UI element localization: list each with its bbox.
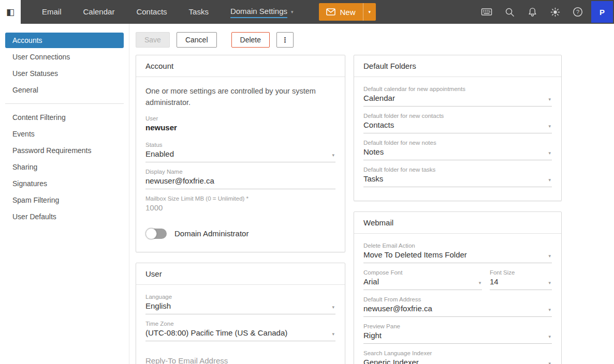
nav-item-label: Contacts bbox=[136, 6, 167, 18]
chevron-down-icon: ▾ bbox=[548, 124, 551, 129]
search-language-indexer-select[interactable]: Search Language Indexer Generic Indexer … bbox=[363, 350, 552, 364]
reply-to-field-wrapper bbox=[145, 355, 335, 364]
field-label: Status bbox=[145, 142, 335, 148]
sidebar-toggle-icon: ◧ bbox=[6, 7, 14, 17]
sidebar-item-user-connections[interactable]: User Connections bbox=[5, 49, 124, 65]
help-button[interactable]: ? bbox=[566, 0, 589, 24]
chevron-down-icon: ▾ bbox=[332, 305, 334, 310]
chevron-down-icon: ▾ bbox=[548, 307, 551, 312]
kebab-icon: ⋮ bbox=[281, 36, 288, 44]
nav-item-label: Tasks bbox=[189, 6, 209, 18]
field-label: Default calendar for new appointments bbox=[363, 86, 552, 92]
nav-item-email[interactable]: Email bbox=[31, 0, 72, 24]
keyboard-icon bbox=[481, 6, 492, 18]
nav-item-contacts[interactable]: Contacts bbox=[125, 0, 178, 24]
help-icon: ? bbox=[572, 6, 583, 18]
default-folders-card: Default Folders Default calendar for new… bbox=[354, 55, 562, 201]
field-value: Notes bbox=[363, 147, 552, 157]
bell-icon bbox=[527, 7, 538, 18]
card-title: Account bbox=[136, 55, 345, 77]
card-title: Webmail bbox=[354, 212, 561, 234]
time-zone-select[interactable]: Time Zone (UTC-08:00) Pacific Time (US &… bbox=[145, 321, 335, 341]
new-button-label: New bbox=[340, 8, 356, 17]
svg-text:?: ? bbox=[576, 9, 579, 15]
field-value: (UTC-08:00) Pacific Time (US & Canada) bbox=[145, 328, 335, 338]
user-card: User Language English ▾ Time Zone (UTC-0… bbox=[136, 263, 345, 364]
field-value: Contacts bbox=[363, 120, 552, 130]
user-avatar[interactable]: P bbox=[591, 1, 613, 23]
main-content: Save Cancel Delete ⋮ Account One or more… bbox=[129, 24, 614, 364]
sidebar-item-spam-filtering[interactable]: Spam Filtering bbox=[5, 192, 124, 208]
new-split-button: New ▾ bbox=[319, 3, 376, 21]
more-actions-button[interactable]: ⋮ bbox=[276, 32, 294, 48]
reply-to-email-input[interactable] bbox=[145, 355, 335, 364]
font-size-select[interactable]: Font Size 14 ▾ bbox=[490, 269, 552, 290]
sidebar-item-signatures[interactable]: Signatures bbox=[5, 176, 124, 191]
nav-item-label: Email bbox=[42, 6, 62, 18]
nav-item-calendar[interactable]: Calendar bbox=[72, 0, 126, 24]
field-label: Display Name bbox=[145, 169, 335, 175]
toggle-switch-off[interactable] bbox=[145, 228, 167, 239]
sidebar-item-content-filtering[interactable]: Content Filtering bbox=[5, 110, 124, 125]
domain-administrator-toggle[interactable]: Domain Administrator bbox=[145, 228, 335, 245]
sidebar-divider bbox=[5, 103, 124, 104]
default-from-address-select[interactable]: Default From Address newuser@foxfrie.ca … bbox=[363, 296, 552, 317]
field-label: Default folder for new contacts bbox=[363, 113, 552, 119]
sidebar-item-user-statuses[interactable]: User Statuses bbox=[5, 66, 124, 81]
notifications-button[interactable] bbox=[521, 0, 544, 24]
field-value: newuser@foxfrie.ca bbox=[363, 304, 552, 313]
cancel-button[interactable]: Cancel bbox=[177, 32, 217, 48]
field-value: Enabled bbox=[145, 149, 335, 159]
compose-font-select[interactable]: Compose Font Arial ▾ bbox=[363, 269, 482, 290]
sidebar-item-sharing[interactable]: Sharing bbox=[5, 159, 124, 175]
chevron-down-icon: ▾ bbox=[332, 153, 334, 158]
field-label: Time Zone bbox=[145, 321, 335, 327]
new-dropdown-button[interactable]: ▾ bbox=[363, 3, 376, 21]
field-label: Language bbox=[145, 294, 335, 300]
toggle-knob bbox=[145, 228, 157, 239]
language-select[interactable]: Language English ▾ bbox=[145, 294, 335, 314]
account-card: Account One or more settings are control… bbox=[136, 55, 345, 252]
default-notes-select[interactable]: Default folder for new notes Notes ▾ bbox=[363, 140, 552, 160]
right-column: Default Folders Default calendar for new… bbox=[354, 55, 562, 364]
delete-email-action-select[interactable]: Delete Email Action Move To Deleted Item… bbox=[363, 242, 552, 263]
field-label: Delete Email Action bbox=[363, 242, 552, 249]
default-tasks-select[interactable]: Default folder for new tasks Tasks ▾ bbox=[363, 166, 552, 187]
keyboard-shortcuts-button[interactable] bbox=[475, 0, 498, 24]
status-select[interactable]: Status Enabled ▾ bbox=[145, 142, 335, 162]
field-value: Right bbox=[363, 331, 552, 340]
compose-font-row: Compose Font Arial ▾ Font Size 14 ▾ bbox=[363, 269, 552, 296]
delete-button[interactable]: Delete bbox=[231, 32, 270, 48]
new-button[interactable]: New bbox=[319, 3, 363, 21]
field-label: Default folder for new tasks bbox=[363, 166, 552, 173]
chevron-down-icon: ▾ bbox=[369, 9, 371, 14]
nav-item-tasks[interactable]: Tasks bbox=[178, 0, 220, 24]
display-name-field[interactable]: Display Name newuser@foxfrie.ca bbox=[145, 169, 335, 189]
search-button[interactable] bbox=[498, 0, 521, 24]
preview-pane-select[interactable]: Preview Pane Right ▾ bbox=[363, 323, 552, 344]
field-value: Arial bbox=[363, 277, 482, 286]
sidebar-item-events[interactable]: Events bbox=[5, 126, 124, 142]
sidebar-item-general[interactable]: General bbox=[5, 82, 124, 98]
field-label: Compose Font bbox=[363, 269, 482, 276]
default-calendar-select[interactable]: Default calendar for new appointments Ca… bbox=[363, 86, 552, 107]
default-contacts-select[interactable]: Default folder for new contacts Contacts… bbox=[363, 113, 552, 133]
sidebar-item-accounts[interactable]: Accounts bbox=[5, 33, 124, 48]
chevron-down-icon: ▾ bbox=[548, 280, 551, 285]
toggle-label: Domain Administrator bbox=[174, 229, 248, 238]
sidebar-item-user-defaults[interactable]: User Defaults bbox=[5, 209, 124, 224]
nav-item-domain-settings[interactable]: Domain Settings ▾ bbox=[220, 0, 304, 24]
appearance-button[interactable] bbox=[544, 0, 566, 24]
chevron-down-icon: ▾ bbox=[332, 331, 334, 337]
sidebar-item-password-requirements[interactable]: Password Requirements bbox=[5, 143, 124, 158]
save-button[interactable]: Save bbox=[136, 32, 170, 48]
field-value: Move To Deleted Items Folder bbox=[363, 250, 552, 260]
sidebar-toggle-button[interactable]: ◧ bbox=[0, 0, 21, 24]
card-body: Language English ▾ Time Zone (UTC-08:00)… bbox=[136, 285, 345, 364]
field-value: Tasks bbox=[363, 174, 552, 184]
chevron-down-icon: ▾ bbox=[548, 253, 551, 259]
field-value: newuser bbox=[145, 123, 335, 132]
field-label: Default From Address bbox=[363, 296, 552, 302]
field-value: 1000 bbox=[145, 203, 335, 213]
field-value: English bbox=[145, 301, 335, 311]
